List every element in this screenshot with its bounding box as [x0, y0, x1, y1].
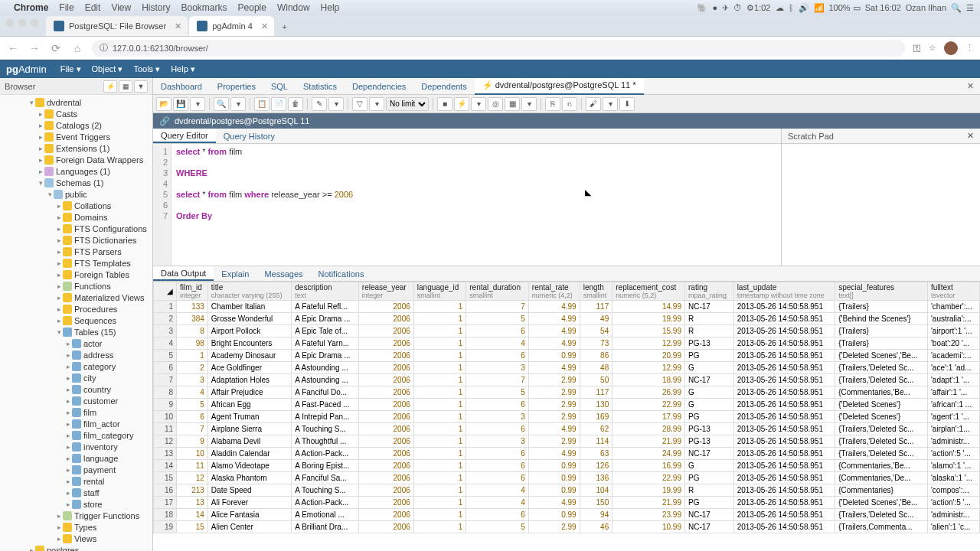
tree-node[interactable]: ▸FTS Configurations — [0, 223, 152, 234]
clear-dropdown[interactable]: ▾ — [603, 97, 618, 111]
macos-menu-item[interactable]: Bookmarks — [181, 2, 227, 13]
output-tab[interactable]: Explain — [214, 266, 256, 281]
tree-node[interactable]: ▸payment — [0, 464, 152, 475]
tree-node[interactable]: ▸customer — [0, 395, 152, 406]
tree-node[interactable]: ▸Views — [0, 533, 152, 544]
tree-node[interactable]: ▸FTS Dictionaries — [0, 234, 152, 246]
explain-analyze-icon[interactable]: ▦ — [505, 97, 520, 111]
tree-node[interactable]: ▸language — [0, 452, 152, 464]
tree-node[interactable]: ▾Schemas (1) — [0, 177, 152, 188]
column-header[interactable]: lengthsmallint — [580, 282, 612, 301]
column-header[interactable]: film_idinteger — [177, 282, 208, 301]
delete-icon[interactable]: 🗑 — [288, 97, 303, 111]
table-row[interactable]: 117Airplane SierraA Touching S...2006164… — [154, 423, 980, 435]
tree-node[interactable]: ▸staff — [0, 487, 152, 498]
pgadmin-menu-item[interactable]: File ▾ — [60, 64, 81, 73]
url-input[interactable]: ⓘ 127.0.0.1:62130/browser/ — [92, 40, 905, 57]
table-row[interactable]: 1713Ali ForeverA Action-Pack...2006144.9… — [154, 497, 980, 509]
pgadmin-menu-item[interactable]: Tools ▾ — [133, 64, 160, 73]
tree-grid-icon[interactable]: ▦ — [119, 80, 132, 93]
forward-button[interactable]: → — [28, 42, 41, 54]
table-row[interactable]: 16213Date SpeedA Touching S...2006140.99… — [154, 484, 980, 497]
macos-menu-item[interactable]: Window — [277, 2, 310, 13]
macos-menu-item[interactable]: Help — [321, 2, 340, 13]
main-tab[interactable]: Dashboard — [153, 78, 210, 95]
find-dropdown[interactable]: ▾ — [230, 97, 246, 111]
tree-node[interactable]: ▸rental — [0, 475, 152, 487]
tree-node[interactable]: ▸Trigger Functions — [0, 510, 152, 521]
macos-menu-item[interactable]: File — [59, 2, 74, 13]
tree-node[interactable]: ▸Foreign Data Wrappers — [0, 154, 152, 165]
table-row[interactable]: 106Agent TrumanA Intrepid Pan...2006132.… — [154, 411, 980, 423]
explain-dropdown[interactable]: ▾ — [521, 97, 537, 111]
scratch-pad[interactable]: Scratch Pad✕ — [781, 129, 980, 266]
execute-icon[interactable]: ⚡ — [454, 97, 469, 111]
table-row[interactable]: 129Alabama DevilA Thoughtful ...2006132.… — [154, 435, 980, 448]
save-dropdown[interactable]: ▾ — [190, 97, 205, 111]
column-header[interactable]: replacement_costnumeric (5,2) — [612, 282, 685, 301]
chrome-menu-icon[interactable]: ⋮ — [965, 43, 974, 53]
column-header[interactable]: last_updatetimestamp without time zone — [733, 282, 835, 301]
tree-node[interactable]: ▾Tables (15) — [0, 326, 152, 337]
tree-action-icon[interactable]: ⚡ — [103, 80, 117, 93]
limit-select[interactable]: No limit — [386, 97, 429, 111]
tree-node[interactable]: ▸Languages (1) — [0, 165, 152, 177]
editor-tab[interactable]: Query History — [216, 129, 283, 143]
tree-filter-icon[interactable]: ▼ — [134, 80, 148, 93]
copy-icon[interactable]: 📋 — [254, 97, 270, 111]
tree-node[interactable]: ▾public — [0, 188, 152, 200]
table-row[interactable]: 1512Alaska PhantomA Fanciful Sa...200616… — [154, 472, 980, 484]
column-header[interactable]: language_idsmallint — [413, 282, 466, 301]
macos-menu-item[interactable]: Edit — [85, 2, 101, 13]
column-header[interactable]: titlecharacter varying (255) — [207, 282, 291, 301]
back-button[interactable]: ← — [6, 42, 20, 54]
tree-node[interactable]: ▸Catalogs (2) — [0, 119, 152, 131]
tree-node[interactable]: ▸Casts — [0, 108, 152, 119]
tree-node[interactable]: ▸FTS Parsers — [0, 246, 152, 257]
clear-icon[interactable]: 🖌 — [586, 97, 601, 111]
connection-bar[interactable]: 🔗 dvdrental/postgres@PostgreSQL 11 — [153, 113, 980, 129]
tree-node[interactable]: ▸inventory — [0, 441, 152, 452]
tree-node[interactable]: ▸Extensions (1) — [0, 142, 152, 154]
chrome-tab[interactable]: PostgreSQL: File Browser✕ — [46, 16, 188, 36]
bookmark-icon[interactable]: ☆ — [929, 43, 936, 53]
tree-node[interactable]: ▸store — [0, 498, 152, 510]
explain-icon[interactable]: ◎ — [488, 97, 503, 111]
main-tab[interactable]: Dependencies — [345, 78, 413, 95]
table-row[interactable]: 1411Alamo VideotapeA Boring Epist...2006… — [154, 460, 980, 472]
tree-node[interactable]: ▸country — [0, 383, 152, 395]
edit-dropdown[interactable]: ▾ — [328, 97, 344, 111]
stop-icon[interactable]: ■ — [437, 97, 452, 111]
table-row[interactable]: 84Affair PrejudiceA Fanciful Do...200615… — [154, 386, 980, 399]
macos-menu-item[interactable]: View — [111, 2, 131, 13]
output-tab[interactable]: Messages — [256, 266, 310, 281]
output-tab[interactable]: Notifications — [311, 266, 372, 281]
close-icon[interactable]: ✕ — [967, 131, 974, 141]
sql-editor[interactable]: 1234567 select * from film WHERE select … — [153, 144, 781, 266]
tree-node[interactable]: ▸Collations — [0, 200, 152, 211]
tree-node[interactable]: ▸Procedures — [0, 303, 152, 315]
pgadmin-menu-item[interactable]: Help ▾ — [171, 64, 195, 73]
main-tab[interactable]: Properties — [210, 78, 263, 95]
tree-node[interactable]: ▸Functions — [0, 280, 152, 292]
tree-node[interactable]: ▸FTS Templates — [0, 257, 152, 269]
execute-dropdown[interactable]: ▾ — [471, 97, 486, 111]
results-grid[interactable]: ◢film_idintegertitlecharacter varying (2… — [153, 282, 980, 551]
tree-node[interactable]: ▸Domains — [0, 211, 152, 223]
main-tab[interactable]: Statistics — [296, 78, 345, 95]
editor-tab[interactable]: Query Editor — [153, 129, 216, 143]
tree-node[interactable]: ▸film_actor — [0, 418, 152, 429]
table-row[interactable]: 1814Alice FantasiaA Emotional ...2006160… — [154, 509, 980, 521]
tree-node[interactable]: ▸city — [0, 372, 152, 383]
pgadmin-menu-item[interactable]: Object ▾ — [92, 64, 123, 73]
macos-menu-item[interactable]: History — [142, 2, 170, 13]
open-file-icon[interactable]: 📂 — [156, 97, 172, 111]
output-tab[interactable]: Data Output — [153, 266, 214, 281]
edit-icon[interactable]: ✎ — [312, 97, 327, 111]
column-header[interactable]: descriptiontext — [292, 282, 359, 301]
column-header[interactable]: ratingmpaa_rating — [685, 282, 734, 301]
app-name[interactable]: Chrome — [14, 2, 48, 13]
tree-node[interactable]: ▸Materialized Views — [0, 292, 152, 303]
save-icon[interactable]: 💾 — [173, 97, 188, 111]
table-row[interactable]: 1915Alien CenterA Brilliant Dra...200615… — [154, 521, 980, 533]
